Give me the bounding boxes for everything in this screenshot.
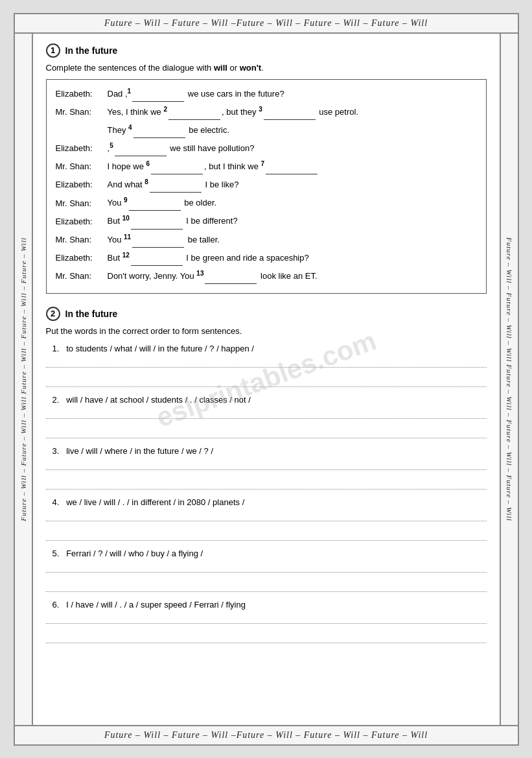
answer-line-5b (46, 579, 487, 592)
speaker-elizabeth-1: Elizabeth: (56, 88, 108, 101)
section-2: 2 In the future Put the words in the cor… (46, 307, 487, 643)
sentence-text-1: 1. to students / what / will / in the fu… (46, 342, 487, 355)
dialogue-row-6: Elizabeth: And what 8 I be like? (56, 177, 477, 193)
speaker-mrshan-3: Mr. Shan: (56, 197, 108, 211)
right-side-banner-text: Future – Will – Future – Will – Will Fut… (505, 237, 513, 521)
line-text-4: ,5 we still have pollution? (108, 141, 477, 156)
sentence-text-4: 4. we / live / will / . / in different /… (46, 496, 487, 508)
answer-line-6 (46, 611, 487, 624)
answer-line-1b (46, 374, 487, 387)
sentence-item-5: 5. Ferrari / ? / will / who / buy / a fl… (46, 547, 487, 592)
right-side-banner: Future – Will – Future – Will – Will Fut… (500, 34, 518, 725)
sentence-text-6: 6. I / have / will / . / a / super speed… (46, 598, 487, 611)
answer-line-2b (46, 425, 487, 438)
line-text-6: And what 8 I be like? (108, 177, 477, 193)
answer-line-6b (46, 630, 487, 643)
left-side-banner: Future – Will – Future – Will – Will Fut… (15, 34, 33, 725)
sentence-text-5: 5. Ferrari / ? / will / who / buy / a fl… (46, 547, 487, 560)
section-1: 1 In the future Complete the sentences o… (46, 43, 487, 294)
line-text-5: I hope we 6 , but I think we 7 (108, 159, 477, 174)
line-text-1: Dad ,1 we use cars in the future? (108, 86, 477, 102)
speaker-elizabeth-2: Elizabeth: (56, 142, 108, 156)
speaker-mrshan-1: Mr. Shan: (56, 106, 108, 119)
section-2-header: 2 In the future (46, 307, 487, 321)
section-1-instruction: Complete the sentences of the dialogue w… (46, 63, 487, 73)
section-2-number: 2 (46, 307, 60, 321)
dialogue-row-2: Mr. Shan: Yes, I think we 2 , but they 3… (56, 104, 477, 120)
dialogue-row-1: Elizabeth: Dad ,1 we use cars in the fut… (56, 86, 477, 102)
answer-line-3 (46, 457, 487, 470)
line-text-11: Don't worry, Jenny. You 13 look like an … (108, 268, 477, 284)
top-banner: Future – Will – Future – Will –Future – … (15, 14, 518, 34)
dialogue-row-9: Mr. Shan: You 11 be taller. (56, 232, 477, 248)
section-1-header: 1 In the future (46, 43, 487, 58)
line-text-3: They 4 be electric. (108, 123, 477, 138)
bottom-banner-text: Future – Will – Future – Will –Future – … (104, 730, 428, 740)
dialogue-row-5: Mr. Shan: I hope we 6 , but I think we 7 (56, 159, 477, 174)
exercise-sentences: 1. to students / what / will / in the fu… (46, 342, 487, 643)
dialogue-row-8: Elizabeth: But 10 I be different? (56, 213, 477, 229)
section-2-instruction: Put the words in the correct order to fo… (46, 326, 487, 336)
bottom-banner: Future – Will – Future – Will –Future – … (15, 725, 518, 744)
page: Future – Will – Future – Will –Future – … (14, 13, 519, 746)
speaker-mrshan-4: Mr. Shan: (56, 233, 108, 247)
sentence-text-2: 2. will / have / at school / students / … (46, 394, 487, 406)
section-2-title: In the future (65, 309, 118, 319)
main-content: eslprintables.com 1 In the future Comple… (33, 34, 500, 725)
content-area: Future – Will – Future – Will – Will Fut… (15, 34, 518, 725)
speaker-elizabeth-5: Elizabeth: (56, 252, 108, 265)
left-side-banner-text: Future – Will – Future – Will – Will Fut… (19, 237, 27, 521)
speaker-elizabeth-3: Elizabeth: (56, 178, 108, 192)
dialogue-row-10: Elizabeth: But 12 I be green and ride a … (56, 250, 477, 266)
sentence-item-1: 1. to students / what / will / in the fu… (46, 342, 487, 387)
speaker-mrshan-2: Mr. Shan: (56, 160, 108, 174)
sentence-item-2: 2. will / have / at school / students / … (46, 394, 487, 438)
speaker-elizabeth-4: Elizabeth: (56, 215, 108, 229)
dialogue-row-7: Mr. Shan: You 9 be older. (56, 195, 477, 211)
answer-line-5 (46, 560, 487, 573)
line-text-7: You 9 be older. (108, 195, 477, 211)
sentence-item-3: 3. live / will / where / in the future /… (46, 445, 487, 490)
line-text-9: You 11 be taller. (108, 232, 477, 248)
sentence-text-3: 3. live / will / where / in the future /… (46, 445, 487, 457)
line-text-2: Yes, I think we 2 , but they 3 use petro… (108, 104, 477, 120)
dialogue-row-3: They 4 be electric. (56, 123, 477, 138)
sentence-item-4: 4. we / live / will / . / in different /… (46, 496, 487, 541)
dialogue-box: Elizabeth: Dad ,1 we use cars in the fut… (46, 79, 487, 294)
dialogue-row-11: Mr. Shan: Don't worry, Jenny. You 13 loo… (56, 268, 477, 284)
line-text-8: But 10 I be different? (108, 213, 477, 229)
top-banner-text: Future – Will – Future – Will –Future – … (104, 18, 428, 28)
answer-line-3b (46, 477, 487, 490)
section-1-number: 1 (46, 43, 60, 58)
answer-line-1 (46, 355, 487, 368)
answer-line-4b (46, 528, 487, 541)
speaker-mrshan-5: Mr. Shan: (56, 270, 108, 283)
section-1-title: In the future (65, 45, 118, 56)
answer-line-4 (46, 508, 487, 521)
dialogue-row-4: Elizabeth: ,5 we still have pollution? (56, 141, 477, 156)
sentence-item-6: 6. I / have / will / . / a / super speed… (46, 598, 487, 643)
answer-line-2 (46, 406, 487, 419)
line-text-10: But 12 I be green and ride a spaceship? (108, 250, 477, 266)
